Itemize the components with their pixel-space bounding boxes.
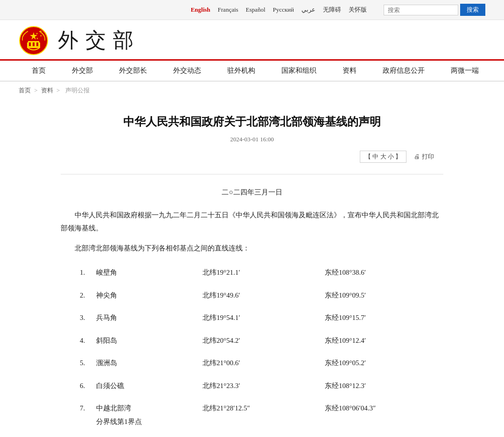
coord-lon: 东经108°12.3′ — [321, 375, 443, 397]
coord-lon: 东经109°12.4′ — [321, 329, 443, 352]
content-divider — [61, 174, 443, 174]
search-area: 搜索 — [384, 4, 485, 16]
breadcrumb-sep1: > — [34, 87, 39, 94]
nav-countries[interactable]: 国家和组织 — [268, 61, 329, 81]
font-size-label: 【 中 大 小 】 — [365, 153, 401, 161]
coord-num: 2. — [61, 284, 92, 307]
nav-minister[interactable]: 外交部长 — [106, 61, 160, 81]
lang-russian[interactable]: Русский — [273, 6, 294, 14]
svg-rect-5 — [33, 42, 35, 46]
article-date-heading: 二○二四年三月一日 — [61, 186, 443, 199]
nav-home[interactable]: 首页 — [19, 61, 59, 81]
table-row: 1. 峻壁角 北纬19°21.1′ 东经108°38.6′ — [61, 261, 443, 284]
svg-rect-4 — [29, 42, 31, 46]
nav-social[interactable]: 两微一端 — [438, 61, 492, 81]
coordinate-table: 1. 峻壁角 北纬19°21.1′ 东经108°38.6′ 2. 神尖角 北纬1… — [61, 261, 443, 433]
coord-name: 兵马角 — [92, 306, 199, 329]
article-paragraph-2: 北部湾北部领海基线为下列各相邻基点之间的直线连线： — [61, 242, 443, 255]
table-row: 5. 涠洲岛 北纬21°00.6′ 东经109°05.2′ — [61, 352, 443, 375]
coord-lat: 北纬20°54.2′ — [199, 329, 321, 352]
coord-num: 7. — [61, 397, 92, 433]
nav-missions[interactable]: 驻外机构 — [214, 61, 268, 81]
print-button[interactable]: 🖨 打印 — [414, 153, 434, 161]
coord-lat: 北纬21°23.3′ — [199, 375, 321, 397]
search-button[interactable]: 搜索 — [460, 4, 485, 16]
main-content: 中华人民共和国政府关于北部湾北部领海基线的声明 2024-03-01 16:00… — [42, 99, 462, 437]
article-paragraph-1: 中华人民共和国政府根据一九九二年二月二十五日《中华人民共和国领海及毗连区法》，宣… — [61, 208, 443, 235]
article-body: 二○二四年三月一日 中华人民共和国政府根据一九九二年二月二十五日《中华人民共和国… — [61, 186, 443, 433]
font-size-controls[interactable]: 【 中 大 小 】 — [360, 151, 406, 163]
logo-area: 外 交 部 — [19, 26, 134, 55]
breadcrumb-home[interactable]: 首页 — [19, 87, 31, 94]
site-header: 外 交 部 — [0, 20, 504, 61]
article-toolbar: 【 中 大 小 】 🖨 打印 — [61, 151, 443, 163]
article-title: 中华人民共和国政府关于北部湾北部领海基线的声明 — [61, 113, 443, 130]
lang-spanish[interactable]: Español — [246, 6, 266, 14]
search-input[interactable] — [384, 5, 458, 15]
table-row: 4. 斜阳岛 北纬20°54.2′ 东经109°12.4′ — [61, 329, 443, 352]
coord-num: 6. — [61, 375, 92, 397]
lang-arabic[interactable]: عربي — [301, 6, 315, 14]
printer-icon: 🖨 — [414, 153, 420, 160]
lang-english[interactable]: English — [191, 6, 210, 14]
article-date: 2024-03-01 16:00 — [61, 136, 443, 143]
main-nav: 首页 外交部 外交部长 外交动态 驻外机构 国家和组织 资料 政府信息公开 两微… — [0, 61, 504, 82]
ministry-name: 外 交 部 — [58, 30, 134, 51]
print-label: 打印 — [422, 153, 434, 161]
lang-french[interactable]: Français — [218, 6, 238, 14]
coord-lat: 北纬21°00.6′ — [199, 352, 321, 375]
breadcrumb-resources[interactable]: 资料 — [41, 87, 53, 94]
coord-num: 5. — [61, 352, 92, 375]
coord-name: 神尖角 — [92, 284, 199, 307]
coord-lat: 北纬21°28′12.5″ — [199, 397, 321, 433]
nav-gov-info[interactable]: 政府信息公开 — [370, 61, 438, 81]
coord-name: 峻壁角 — [92, 261, 199, 284]
coord-lat: 北纬19°54.1′ — [199, 306, 321, 329]
coord-lon: 东经108°38.6′ — [321, 261, 443, 284]
table-row: 2. 神尖角 北纬19°49.6′ 东经109°09.5′ — [61, 284, 443, 307]
top-bar: English Français Español Русский عربي 无障… — [0, 0, 504, 20]
lang-care[interactable]: 关怀版 — [349, 6, 367, 14]
coord-num: 1. — [61, 261, 92, 284]
coord-lon: 东经109°15.7′ — [321, 306, 443, 329]
coord-num: 4. — [61, 329, 92, 352]
breadcrumb: 首页 > 资料 > 声明公报 — [0, 82, 504, 99]
coord-name: 中越北部湾 分界线第1界点 — [92, 397, 199, 433]
nav-news[interactable]: 外交动态 — [160, 61, 214, 81]
lang-accessible[interactable]: 无障碍 — [323, 6, 341, 14]
table-row: 6. 白须公礁 北纬21°23.3′ 东经108°12.3′ — [61, 375, 443, 397]
svg-rect-6 — [36, 42, 38, 46]
coord-name: 涠洲岛 — [92, 352, 199, 375]
breadcrumb-current: 声明公报 — [65, 87, 90, 94]
coord-lat: 北纬19°21.1′ — [199, 261, 321, 284]
coord-lat: 北纬19°49.6′ — [199, 284, 321, 307]
coord-name: 白须公礁 — [92, 375, 199, 397]
nav-resources[interactable]: 资料 — [329, 61, 370, 81]
coord-lon: 东经109°09.5′ — [321, 284, 443, 307]
coord-num: 3. — [61, 306, 92, 329]
breadcrumb-sep2: > — [56, 87, 62, 94]
nav-ministry[interactable]: 外交部 — [59, 61, 106, 81]
coord-name: 斜阳岛 — [92, 329, 199, 352]
coord-lon: 东经108°06′04.3″ — [321, 397, 443, 433]
coord-lon: 东经109°05.2′ — [321, 352, 443, 375]
table-row: 3. 兵马角 北纬19°54.1′ 东经109°15.7′ — [61, 306, 443, 329]
national-emblem — [19, 26, 49, 55]
table-row: 7. 中越北部湾 分界线第1界点 北纬21°28′12.5″ 东经108°06′… — [61, 397, 443, 433]
